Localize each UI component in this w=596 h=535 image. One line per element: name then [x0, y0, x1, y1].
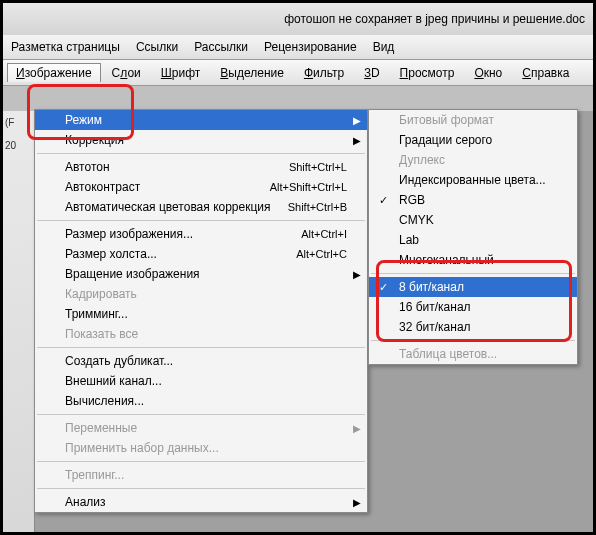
word-menu-item[interactable]: Ссылки: [136, 40, 178, 54]
menu-item[interactable]: Размер холста...Alt+Ctrl+C: [35, 244, 367, 264]
menu-item-label: Размер изображения...: [65, 227, 193, 241]
menu-item-label: Автоматическая цветовая коррекция: [65, 200, 271, 214]
menu-item[interactable]: Lab: [369, 230, 577, 250]
menu-separator: [37, 488, 365, 489]
menu-item[interactable]: ✓RGB: [369, 190, 577, 210]
menu-item-label: Многоканальный: [399, 253, 494, 267]
menu-item: Кадрировать: [35, 284, 367, 304]
image-menu[interactable]: Режим▶Коррекция▶АвтотонShift+Ctrl+LАвток…: [34, 109, 368, 513]
menu-item[interactable]: Автоматическая цветовая коррекцияShift+C…: [35, 197, 367, 217]
menu-item[interactable]: 32 бит/канал: [369, 317, 577, 337]
menu-shortcut: Shift+Ctrl+B: [288, 201, 347, 213]
menu-item: Битовый формат: [369, 110, 577, 130]
menu-item-label: Битовый формат: [399, 113, 494, 127]
menubar-item[interactable]: Справка: [513, 63, 578, 83]
menu-item[interactable]: ✓8 бит/канал: [369, 277, 577, 297]
menu-item: Таблица цветов...: [369, 344, 577, 364]
check-icon: ✓: [379, 281, 388, 294]
menubar-item[interactable]: Слои: [103, 63, 150, 83]
menu-item: Треппинг...: [35, 465, 367, 485]
document-title: фотошоп не сохраняет в jpeg причины и ре…: [284, 12, 585, 26]
menu-shortcut: Shift+Ctrl+L: [289, 161, 347, 173]
menu-item-label: Вычисления...: [65, 394, 144, 408]
menu-item[interactable]: Многоканальный: [369, 250, 577, 270]
menu-shortcut: Alt+Shift+Ctrl+L: [270, 181, 347, 193]
menubar-item[interactable]: Шрифт: [152, 63, 209, 83]
menu-item: Дуплекс: [369, 150, 577, 170]
menu-item-label: Переменные: [65, 421, 137, 435]
menu-item-label: Коррекция: [65, 133, 124, 147]
menu-item-label: Режим: [65, 113, 102, 127]
menubar-item[interactable]: 3D: [355, 63, 388, 83]
menu-item[interactable]: АвтоконтрастAlt+Shift+Ctrl+L: [35, 177, 367, 197]
submenu-arrow-icon: ▶: [353, 423, 361, 434]
menu-item-label: Анализ: [65, 495, 106, 509]
menu-item[interactable]: Вращение изображения▶: [35, 264, 367, 284]
menu-item-label: Внешний канал...: [65, 374, 162, 388]
menu-item[interactable]: Коррекция▶: [35, 130, 367, 150]
menubar-item[interactable]: Выделение: [211, 63, 293, 83]
menu-item-label: Градации серого: [399, 133, 492, 147]
menu-item[interactable]: Режим▶: [35, 110, 367, 130]
menu-separator: [37, 461, 365, 462]
menu-item-label: Таблица цветов...: [399, 347, 497, 361]
menu-item[interactable]: Градации серого: [369, 130, 577, 150]
menu-item-label: Создать дубликат...: [65, 354, 173, 368]
word-menu-item[interactable]: Рецензирование: [264, 40, 357, 54]
word-menu-item[interactable]: Разметка страницы: [11, 40, 120, 54]
menu-separator: [37, 414, 365, 415]
menu-item[interactable]: Анализ▶: [35, 492, 367, 512]
menu-item-label: Треппинг...: [65, 468, 124, 482]
menu-separator: [37, 220, 365, 221]
sidebar-text: 20: [3, 134, 34, 157]
mode-submenu[interactable]: Битовый форматГрадации серогоДуплексИнде…: [368, 109, 578, 365]
menu-item[interactable]: Создать дубликат...: [35, 351, 367, 371]
menu-item-label: RGB: [399, 193, 425, 207]
submenu-arrow-icon: ▶: [353, 497, 361, 508]
menu-item-label: Размер холста...: [65, 247, 157, 261]
menu-item-label: 32 бит/канал: [399, 320, 471, 334]
menu-item[interactable]: Индексированные цвета...: [369, 170, 577, 190]
menu-item-label: Тримминг...: [65, 307, 128, 321]
menu-item: Переменные▶: [35, 418, 367, 438]
submenu-arrow-icon: ▶: [353, 135, 361, 146]
word-menu-item[interactable]: Вид: [373, 40, 395, 54]
menu-item-label: Индексированные цвета...: [399, 173, 546, 187]
menu-item: Показать все: [35, 324, 367, 344]
sidebar-text: (F: [3, 111, 34, 134]
tools-sidebar: (F 20: [3, 111, 35, 532]
menu-item-label: 8 бит/канал: [399, 280, 464, 294]
menu-separator: [371, 273, 575, 274]
menu-item-label: Lab: [399, 233, 419, 247]
menu-item-label: Автоконтраст: [65, 180, 140, 194]
menu-item-label: Автотон: [65, 160, 110, 174]
menu-item-label: Показать все: [65, 327, 138, 341]
menu-item[interactable]: Внешний канал...: [35, 371, 367, 391]
submenu-arrow-icon: ▶: [353, 115, 361, 126]
menu-separator: [371, 340, 575, 341]
word-menu-bar[interactable]: Разметка страницыСсылкиРассылкиРецензиро…: [3, 35, 593, 60]
menubar-item[interactable]: Изображение: [7, 63, 101, 82]
menu-shortcut: Alt+Ctrl+C: [296, 248, 347, 260]
menu-item[interactable]: CMYK: [369, 210, 577, 230]
menu-item[interactable]: АвтотонShift+Ctrl+L: [35, 157, 367, 177]
menu-item-label: Применить набор данных...: [65, 441, 219, 455]
menu-item[interactable]: 16 бит/канал: [369, 297, 577, 317]
menu-item-label: Кадрировать: [65, 287, 137, 301]
application-frame: фотошоп не сохраняет в jpeg причины и ре…: [3, 3, 593, 532]
menu-item[interactable]: Вычисления...: [35, 391, 367, 411]
menu-item-label: 16 бит/канал: [399, 300, 471, 314]
menu-separator: [37, 347, 365, 348]
menubar-item[interactable]: Фильтр: [295, 63, 353, 83]
menu-item[interactable]: Размер изображения...Alt+Ctrl+I: [35, 224, 367, 244]
menubar-item[interactable]: Окно: [465, 63, 511, 83]
check-icon: ✓: [379, 194, 388, 207]
menubar-item[interactable]: Просмотр: [391, 63, 464, 83]
word-menu-item[interactable]: Рассылки: [194, 40, 248, 54]
photoshop-menu-bar[interactable]: ИзображениеСлоиШрифтВыделениеФильтр3DПро…: [3, 60, 593, 86]
submenu-arrow-icon: ▶: [353, 269, 361, 280]
menu-item-label: Вращение изображения: [65, 267, 200, 281]
menu-separator: [37, 153, 365, 154]
menu-item[interactable]: Тримминг...: [35, 304, 367, 324]
menu-item-label: Дуплекс: [399, 153, 445, 167]
